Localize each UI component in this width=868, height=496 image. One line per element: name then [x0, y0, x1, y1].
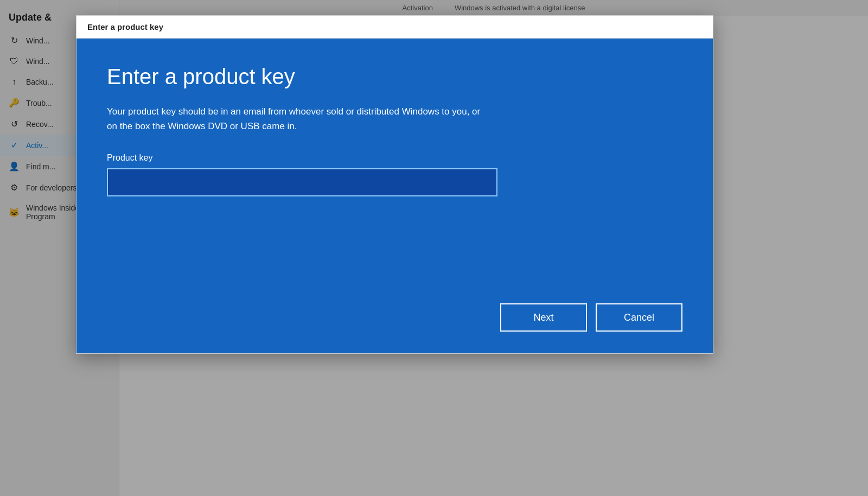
product-key-label: Product key	[107, 153, 682, 163]
dialog-main-title: Enter a product key	[107, 65, 682, 89]
next-button[interactable]: Next	[500, 303, 587, 332]
dialog-titlebar: Enter a product key	[76, 16, 713, 39]
dialog-body: Enter a product key Your product key sho…	[76, 39, 713, 353]
product-key-input[interactable]	[107, 168, 497, 196]
product-key-dialog: Enter a product key Enter a product key …	[76, 15, 713, 354]
dialog-description: Your product key should be in an email f…	[107, 104, 487, 133]
cancel-button[interactable]: Cancel	[596, 303, 682, 332]
dialog-buttons: Next Cancel	[500, 303, 682, 332]
